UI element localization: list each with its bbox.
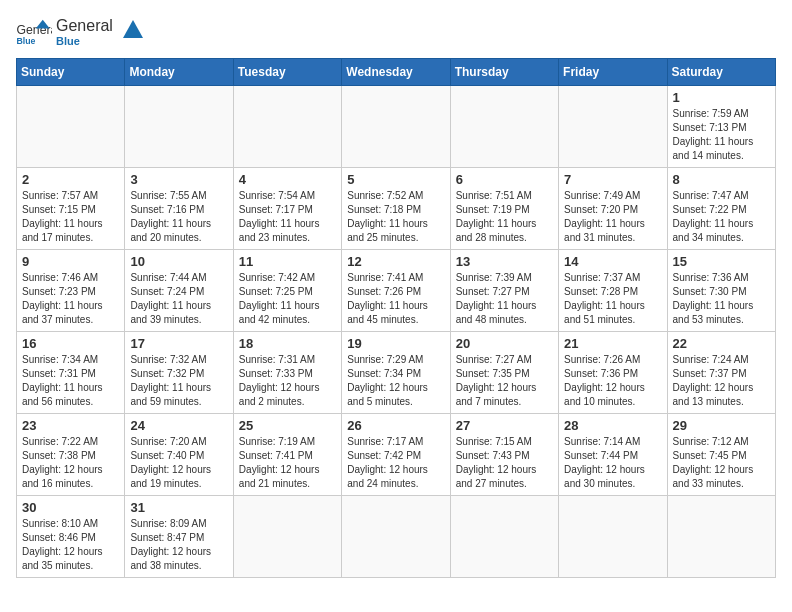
weekday-header-monday: Monday (125, 59, 233, 86)
day-info: Sunrise: 7:54 AM Sunset: 7:17 PM Dayligh… (239, 189, 336, 245)
calendar-cell: 23Sunrise: 7:22 AM Sunset: 7:38 PM Dayli… (17, 414, 125, 496)
calendar-cell: 5Sunrise: 7:52 AM Sunset: 7:18 PM Daylig… (342, 168, 450, 250)
calendar-cell: 12Sunrise: 7:41 AM Sunset: 7:26 PM Dayli… (342, 250, 450, 332)
calendar-cell: 1Sunrise: 7:59 AM Sunset: 7:13 PM Daylig… (667, 86, 775, 168)
calendar-table: SundayMondayTuesdayWednesdayThursdayFrid… (16, 58, 776, 578)
day-info: Sunrise: 7:26 AM Sunset: 7:36 PM Dayligh… (564, 353, 661, 409)
day-info: Sunrise: 7:22 AM Sunset: 7:38 PM Dayligh… (22, 435, 119, 491)
day-number: 18 (239, 336, 336, 351)
day-number: 3 (130, 172, 227, 187)
calendar-cell: 16Sunrise: 7:34 AM Sunset: 7:31 PM Dayli… (17, 332, 125, 414)
calendar-cell: 30Sunrise: 8:10 AM Sunset: 8:46 PM Dayli… (17, 496, 125, 578)
page-header: General Blue General Blue (16, 16, 776, 48)
calendar-cell: 15Sunrise: 7:36 AM Sunset: 7:30 PM Dayli… (667, 250, 775, 332)
calendar-week-row: 16Sunrise: 7:34 AM Sunset: 7:31 PM Dayli… (17, 332, 776, 414)
weekday-header-wednesday: Wednesday (342, 59, 450, 86)
logo-general: General (56, 16, 113, 35)
calendar-cell: 24Sunrise: 7:20 AM Sunset: 7:40 PM Dayli… (125, 414, 233, 496)
weekday-header-saturday: Saturday (667, 59, 775, 86)
day-number: 9 (22, 254, 119, 269)
calendar-week-row: 1Sunrise: 7:59 AM Sunset: 7:13 PM Daylig… (17, 86, 776, 168)
calendar-cell: 27Sunrise: 7:15 AM Sunset: 7:43 PM Dayli… (450, 414, 558, 496)
day-info: Sunrise: 7:52 AM Sunset: 7:18 PM Dayligh… (347, 189, 444, 245)
day-info: Sunrise: 7:20 AM Sunset: 7:40 PM Dayligh… (130, 435, 227, 491)
calendar-cell: 18Sunrise: 7:31 AM Sunset: 7:33 PM Dayli… (233, 332, 341, 414)
calendar-cell: 17Sunrise: 7:32 AM Sunset: 7:32 PM Dayli… (125, 332, 233, 414)
day-number: 27 (456, 418, 553, 433)
calendar-cell (233, 86, 341, 168)
calendar-cell: 11Sunrise: 7:42 AM Sunset: 7:25 PM Dayli… (233, 250, 341, 332)
calendar-cell: 9Sunrise: 7:46 AM Sunset: 7:23 PM Daylig… (17, 250, 125, 332)
weekday-header-sunday: Sunday (17, 59, 125, 86)
day-number: 19 (347, 336, 444, 351)
day-number: 10 (130, 254, 227, 269)
calendar-cell (125, 86, 233, 168)
day-info: Sunrise: 7:36 AM Sunset: 7:30 PM Dayligh… (673, 271, 770, 327)
day-info: Sunrise: 7:46 AM Sunset: 7:23 PM Dayligh… (22, 271, 119, 327)
calendar-cell (342, 496, 450, 578)
calendar-cell (450, 496, 558, 578)
day-info: Sunrise: 7:15 AM Sunset: 7:43 PM Dayligh… (456, 435, 553, 491)
day-number: 30 (22, 500, 119, 515)
day-info: Sunrise: 7:24 AM Sunset: 7:37 PM Dayligh… (673, 353, 770, 409)
calendar-cell: 31Sunrise: 8:09 AM Sunset: 8:47 PM Dayli… (125, 496, 233, 578)
logo-triangle-icon (119, 14, 147, 42)
calendar-week-row: 23Sunrise: 7:22 AM Sunset: 7:38 PM Dayli… (17, 414, 776, 496)
calendar-week-row: 2Sunrise: 7:57 AM Sunset: 7:15 PM Daylig… (17, 168, 776, 250)
calendar-cell (559, 86, 667, 168)
day-info: Sunrise: 7:59 AM Sunset: 7:13 PM Dayligh… (673, 107, 770, 163)
day-number: 4 (239, 172, 336, 187)
calendar-cell: 28Sunrise: 7:14 AM Sunset: 7:44 PM Dayli… (559, 414, 667, 496)
day-info: Sunrise: 7:17 AM Sunset: 7:42 PM Dayligh… (347, 435, 444, 491)
day-number: 22 (673, 336, 770, 351)
calendar-week-row: 30Sunrise: 8:10 AM Sunset: 8:46 PM Dayli… (17, 496, 776, 578)
calendar-cell: 25Sunrise: 7:19 AM Sunset: 7:41 PM Dayli… (233, 414, 341, 496)
day-number: 29 (673, 418, 770, 433)
day-info: Sunrise: 7:39 AM Sunset: 7:27 PM Dayligh… (456, 271, 553, 327)
calendar-cell: 13Sunrise: 7:39 AM Sunset: 7:27 PM Dayli… (450, 250, 558, 332)
day-number: 28 (564, 418, 661, 433)
calendar-cell: 20Sunrise: 7:27 AM Sunset: 7:35 PM Dayli… (450, 332, 558, 414)
day-info: Sunrise: 7:32 AM Sunset: 7:32 PM Dayligh… (130, 353, 227, 409)
day-info: Sunrise: 7:27 AM Sunset: 7:35 PM Dayligh… (456, 353, 553, 409)
day-info: Sunrise: 7:57 AM Sunset: 7:15 PM Dayligh… (22, 189, 119, 245)
calendar-cell (450, 86, 558, 168)
calendar-cell: 3Sunrise: 7:55 AM Sunset: 7:16 PM Daylig… (125, 168, 233, 250)
day-number: 21 (564, 336, 661, 351)
calendar-cell: 7Sunrise: 7:49 AM Sunset: 7:20 PM Daylig… (559, 168, 667, 250)
day-info: Sunrise: 8:09 AM Sunset: 8:47 PM Dayligh… (130, 517, 227, 573)
calendar-cell: 29Sunrise: 7:12 AM Sunset: 7:45 PM Dayli… (667, 414, 775, 496)
calendar-cell: 22Sunrise: 7:24 AM Sunset: 7:37 PM Dayli… (667, 332, 775, 414)
day-info: Sunrise: 7:37 AM Sunset: 7:28 PM Dayligh… (564, 271, 661, 327)
weekday-header-friday: Friday (559, 59, 667, 86)
calendar-cell: 14Sunrise: 7:37 AM Sunset: 7:28 PM Dayli… (559, 250, 667, 332)
svg-marker-3 (123, 20, 143, 38)
day-info: Sunrise: 7:51 AM Sunset: 7:19 PM Dayligh… (456, 189, 553, 245)
day-info: Sunrise: 7:49 AM Sunset: 7:20 PM Dayligh… (564, 189, 661, 245)
day-info: Sunrise: 7:44 AM Sunset: 7:24 PM Dayligh… (130, 271, 227, 327)
calendar-cell: 21Sunrise: 7:26 AM Sunset: 7:36 PM Dayli… (559, 332, 667, 414)
day-number: 14 (564, 254, 661, 269)
day-number: 8 (673, 172, 770, 187)
day-number: 26 (347, 418, 444, 433)
day-number: 23 (22, 418, 119, 433)
logo-blue: Blue (56, 35, 113, 48)
logo: General Blue General Blue (16, 16, 147, 48)
weekday-header-thursday: Thursday (450, 59, 558, 86)
day-number: 6 (456, 172, 553, 187)
calendar-cell (17, 86, 125, 168)
day-info: Sunrise: 7:31 AM Sunset: 7:33 PM Dayligh… (239, 353, 336, 409)
day-info: Sunrise: 7:42 AM Sunset: 7:25 PM Dayligh… (239, 271, 336, 327)
calendar-cell (342, 86, 450, 168)
calendar-cell (559, 496, 667, 578)
day-number: 13 (456, 254, 553, 269)
calendar-week-row: 9Sunrise: 7:46 AM Sunset: 7:23 PM Daylig… (17, 250, 776, 332)
svg-text:Blue: Blue (17, 36, 36, 46)
calendar-cell: 26Sunrise: 7:17 AM Sunset: 7:42 PM Dayli… (342, 414, 450, 496)
day-info: Sunrise: 7:14 AM Sunset: 7:44 PM Dayligh… (564, 435, 661, 491)
day-info: Sunrise: 7:12 AM Sunset: 7:45 PM Dayligh… (673, 435, 770, 491)
calendar-cell: 10Sunrise: 7:44 AM Sunset: 7:24 PM Dayli… (125, 250, 233, 332)
day-info: Sunrise: 7:47 AM Sunset: 7:22 PM Dayligh… (673, 189, 770, 245)
day-number: 20 (456, 336, 553, 351)
logo-icon: General Blue (16, 18, 52, 46)
